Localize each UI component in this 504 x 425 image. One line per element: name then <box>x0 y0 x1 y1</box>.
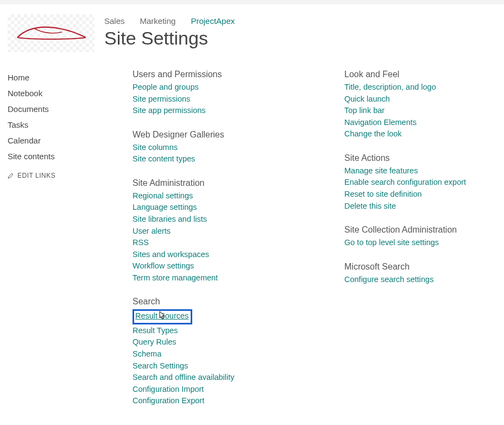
section-users-and-permissions: Users and PermissionsPeople and groupsSi… <box>133 70 344 117</box>
left-nav-item[interactable]: Site contents <box>8 148 100 164</box>
link-enable-search-configuration-export[interactable]: Enable search configuration export <box>344 178 466 186</box>
link-site-libraries-and-lists[interactable]: Site libraries and lists <box>133 215 207 223</box>
link-site-app-permissions[interactable]: Site app permissions <box>133 106 206 115</box>
section-link-item: Site app permissions <box>133 105 344 117</box>
link-result-types[interactable]: Result Types <box>133 326 178 335</box>
section-link-item: Result Types <box>133 325 344 337</box>
left-nav: HomeNotebookDocumentsTasksCalendarSite c… <box>8 64 100 420</box>
section-link-item: Regional settings <box>133 190 344 202</box>
body-area: HomeNotebookDocumentsTasksCalendarSite c… <box>0 58 504 420</box>
highlighted-link: Result Sources <box>133 309 192 324</box>
section-link-item: Top link bar <box>344 105 502 117</box>
link-search-settings[interactable]: Search Settings <box>133 361 188 370</box>
section-link-item: Enable search configuration export <box>344 177 502 189</box>
section-link-item: Workflow settings <box>133 260 344 272</box>
link-rss[interactable]: RSS <box>133 238 149 247</box>
section-link-item: Navigation Elements <box>344 117 502 129</box>
top-nav-link[interactable]: ProjectApex <box>191 16 235 26</box>
link-configuration-export[interactable]: Configuration Export <box>133 396 204 405</box>
section-link-item: RSS <box>133 237 344 249</box>
edit-links-button[interactable]: EDIT LINKS <box>8 172 100 179</box>
section-links: Go to top level site settings <box>344 237 502 249</box>
link-term-store-management[interactable]: Term store management <box>133 273 218 282</box>
section-heading: Users and Permissions <box>133 70 344 79</box>
section-link-item: Configuration Export <box>133 395 344 407</box>
section-link-item: Query Rules <box>133 336 344 348</box>
link-site-permissions[interactable]: Site permissions <box>133 95 190 103</box>
page-root: SalesMarketingProjectApex Site Settings … <box>0 0 504 425</box>
link-result-sources[interactable]: Result Sources <box>135 311 188 320</box>
section-heading: Web Designer Galleries <box>133 130 344 140</box>
link-configuration-import[interactable]: Configuration Import <box>133 385 204 393</box>
section-link-item: Change the look <box>344 128 502 140</box>
settings-col-1: Users and PermissionsPeople and groupsSi… <box>133 70 344 420</box>
section-site-collection-administration: Site Collection AdministrationGo to top … <box>344 225 502 249</box>
section-heading: Microsoft Search <box>344 262 502 272</box>
pencil-icon <box>8 172 14 179</box>
section-heading: Site Administration <box>133 178 344 188</box>
section-link-item: Result Sources <box>133 309 344 325</box>
link-delete-this-site[interactable]: Delete this site <box>344 202 396 210</box>
header-right: SalesMarketingProjectApex Site Settings <box>104 14 235 49</box>
link-site-columns[interactable]: Site columns <box>133 143 178 152</box>
section-link-item: Manage site features <box>344 165 502 177</box>
site-logo[interactable] <box>8 14 94 52</box>
section-link-item: Delete this site <box>344 201 502 212</box>
link-query-rules[interactable]: Query Rules <box>133 338 177 346</box>
settings-col-2: Look and FeelTitle, description, and log… <box>344 70 502 420</box>
left-nav-item[interactable]: Home <box>8 70 100 85</box>
link-search-and-offline-availability[interactable]: Search and offline availability <box>133 373 235 382</box>
link-top-link-bar[interactable]: Top link bar <box>344 106 385 115</box>
link-title-description-and-logo[interactable]: Title, description, and logo <box>344 83 436 91</box>
section-link-item: Schema <box>133 348 344 360</box>
section-link-item: Site columns <box>133 142 344 154</box>
section-link-item: Site content types <box>133 153 344 165</box>
section-links: Regional settingsLanguage settingsSite l… <box>133 190 344 284</box>
top-nav: SalesMarketingProjectApex <box>104 16 235 26</box>
section-links: Site columnsSite content types <box>133 142 344 165</box>
section-link-item: Search Settings <box>133 360 344 372</box>
section-link-item: People and groups <box>133 82 344 93</box>
left-nav-item[interactable]: Notebook <box>8 85 100 101</box>
link-navigation-elements[interactable]: Navigation Elements <box>344 118 417 127</box>
section-link-item: Site permissions <box>133 93 344 105</box>
section-heading: Site Collection Administration <box>344 225 502 235</box>
section-link-item: Search and offline availability <box>133 372 344 384</box>
section-heading: Search <box>133 297 344 307</box>
link-user-alerts[interactable]: User alerts <box>133 227 171 235</box>
header: SalesMarketingProjectApex Site Settings <box>0 4 504 58</box>
left-nav-list: HomeNotebookDocumentsTasksCalendarSite c… <box>8 70 100 164</box>
section-look-and-feel: Look and FeelTitle, description, and log… <box>344 70 502 140</box>
section-links: People and groupsSite permissionsSite ap… <box>133 82 344 117</box>
section-site-administration: Site AdministrationRegional settingsLang… <box>133 178 344 284</box>
edit-links-label: EDIT LINKS <box>17 172 55 179</box>
link-language-settings[interactable]: Language settings <box>133 203 197 211</box>
section-link-item: Configure search settings <box>344 274 502 286</box>
left-nav-item[interactable]: Tasks <box>8 117 100 133</box>
left-nav-item[interactable]: Calendar <box>8 133 100 148</box>
link-change-the-look[interactable]: Change the look <box>344 129 402 138</box>
section-link-item: Language settings <box>133 202 344 214</box>
link-go-to-top-level-site-settings[interactable]: Go to top level site settings <box>344 238 439 247</box>
link-schema[interactable]: Schema <box>133 349 161 358</box>
section-microsoft-search: Microsoft SearchConfigure search setting… <box>344 262 502 286</box>
section-site-actions: Site ActionsManage site featuresEnable s… <box>344 153 502 212</box>
left-nav-item[interactable]: Documents <box>8 101 100 117</box>
link-site-content-types[interactable]: Site content types <box>133 154 195 163</box>
link-people-and-groups[interactable]: People and groups <box>133 83 199 91</box>
section-links: Configure search settings <box>344 274 502 286</box>
section-web-designer-galleries: Web Designer GalleriesSite columnsSite c… <box>133 130 344 165</box>
suite-bar <box>0 0 504 4</box>
section-link-item: Term store management <box>133 272 344 284</box>
link-reset-to-site-definition[interactable]: Reset to site definition <box>344 190 422 198</box>
link-quick-launch[interactable]: Quick launch <box>344 95 390 103</box>
top-nav-link[interactable]: Marketing <box>140 16 176 26</box>
link-workflow-settings[interactable]: Workflow settings <box>133 261 194 270</box>
top-nav-link[interactable]: Sales <box>104 16 125 26</box>
link-regional-settings[interactable]: Regional settings <box>133 191 193 200</box>
link-manage-site-features[interactable]: Manage site features <box>344 166 418 175</box>
section-link-item: Title, description, and logo <box>344 82 502 93</box>
link-configure-search-settings[interactable]: Configure search settings <box>344 275 433 284</box>
page-title: Site Settings <box>104 28 235 49</box>
link-sites-and-workspaces[interactable]: Sites and workspaces <box>133 250 209 259</box>
